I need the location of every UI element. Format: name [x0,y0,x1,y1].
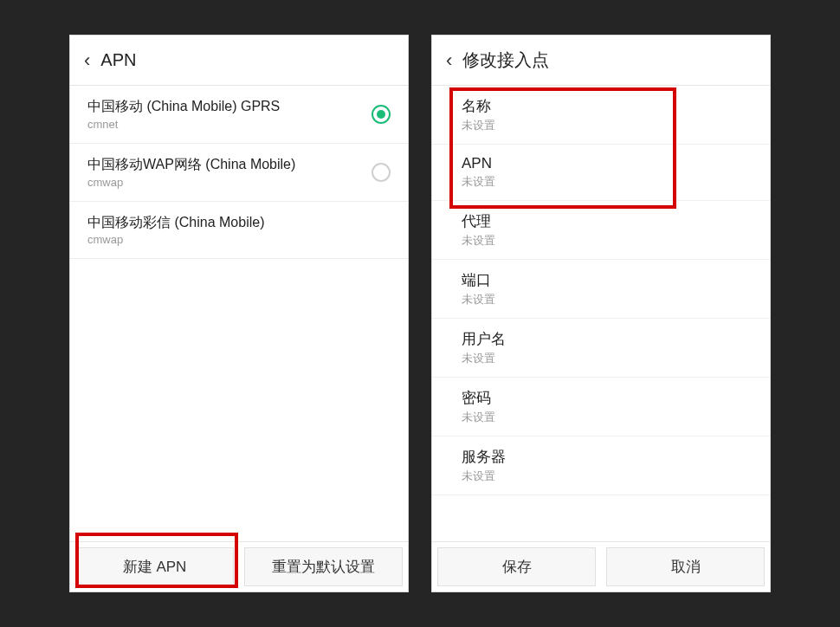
edit-apn-screen: ‹ 修改接入点 名称 未设置 APN 未设置 代理 未设置 端口 未设置 用户名… [431,35,771,592]
bottom-bar: 新建 APN 重置为默认设置 [70,541,408,591]
apn-item[interactable]: 中国移动彩信 (China Mobile) cmwap [70,202,408,260]
header: ‹ 修改接入点 [432,36,770,86]
header: ‹ APN [70,36,408,86]
radio-selected-icon[interactable] [372,105,391,124]
save-button[interactable]: 保存 [437,547,596,586]
field-apn[interactable]: APN 未设置 [432,145,770,201]
apn-name: 中国移动WAP网络 (China Mobile) [87,156,372,174]
page-title: 修改接入点 [462,48,549,72]
apn-name: 中国移动彩信 (China Mobile) [87,214,372,232]
field-label: 用户名 [462,329,740,349]
field-label: 密码 [462,388,740,408]
new-apn-button[interactable]: 新建 APN [75,547,234,586]
apn-list: 中国移动 (China Mobile) GPRS cmnet 中国移动WAP网络… [70,86,408,541]
field-value: 未设置 [462,410,740,425]
back-icon[interactable]: ‹ [446,49,452,72]
field-password[interactable]: 密码 未设置 [432,378,770,436]
field-proxy[interactable]: 代理 未设置 [432,201,770,260]
field-label: APN [462,155,740,172]
bottom-bar: 保存 取消 [432,541,770,591]
field-username[interactable]: 用户名 未设置 [432,319,770,378]
field-label: 名称 [462,96,740,116]
cancel-button[interactable]: 取消 [606,547,765,586]
apn-item[interactable]: 中国移动 (China Mobile) GPRS cmnet [70,86,408,144]
field-value: 未设置 [462,174,740,190]
field-label: 端口 [462,270,740,290]
radio-unselected-icon[interactable] [372,163,391,182]
field-server[interactable]: 服务器 未设置 [432,436,770,495]
apn-id: cmwap [87,233,372,246]
field-label: 服务器 [462,447,740,467]
field-name[interactable]: 名称 未设置 [432,86,770,145]
field-value: 未设置 [462,118,740,133]
field-value: 未设置 [462,469,740,484]
reset-default-button[interactable]: 重置为默认设置 [244,547,403,586]
field-value: 未设置 [462,233,740,249]
field-value: 未设置 [462,292,740,307]
field-label: 代理 [462,211,740,231]
apn-item[interactable]: 中国移动WAP网络 (China Mobile) cmwap [70,144,408,202]
field-port[interactable]: 端口 未设置 [432,260,770,319]
page-title: APN [100,50,136,70]
apn-id: cmnet [87,118,372,131]
apn-id: cmwap [87,176,372,189]
apn-list-screen: ‹ APN 中国移动 (China Mobile) GPRS cmnet 中国移… [69,35,409,592]
field-value: 未设置 [462,351,740,366]
apn-name: 中国移动 (China Mobile) GPRS [87,98,372,116]
back-icon[interactable]: ‹ [84,49,90,72]
field-list: 名称 未设置 APN 未设置 代理 未设置 端口 未设置 用户名 未设置 密码 … [432,86,770,541]
